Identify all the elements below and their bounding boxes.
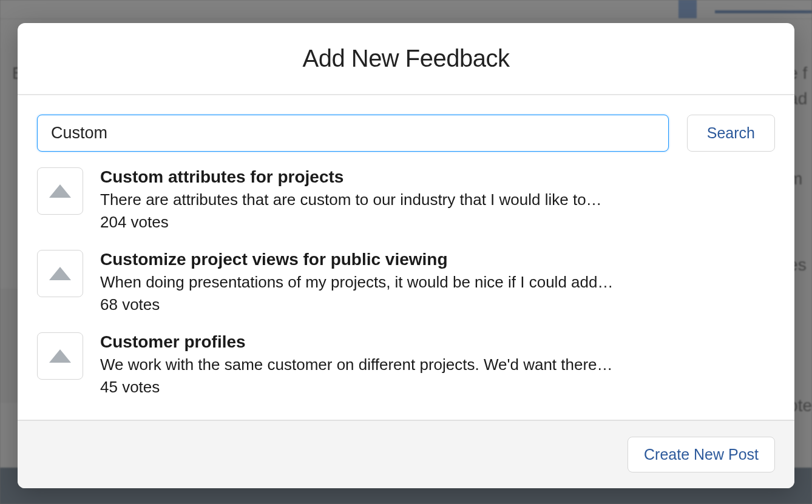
result-content: Custom attributes for projects There are… [100, 167, 775, 232]
add-feedback-modal: Add New Feedback Search Custom attribute… [18, 23, 794, 488]
result-content: Customer profiles We work with the same … [100, 332, 775, 397]
result-description: There are attributes that are custom to … [100, 189, 775, 210]
result-content: Customize project views for public viewi… [100, 250, 775, 314]
upvote-icon [49, 267, 71, 280]
result-vote-count: 45 votes [100, 378, 775, 397]
modal-body: Search Custom attributes for projects Th… [18, 95, 794, 420]
search-row: Search [37, 115, 775, 152]
modal-header: Add New Feedback [18, 23, 794, 95]
search-input[interactable] [37, 115, 669, 152]
result-vote-count: 68 votes [100, 295, 775, 314]
search-button[interactable]: Search [687, 115, 775, 152]
upvote-icon [49, 349, 71, 363]
result-description: We work with the same customer on differ… [100, 354, 775, 375]
modal-title: Add New Feedback [37, 45, 775, 72]
result-title: Customer profiles [100, 332, 775, 352]
search-result[interactable]: Customer profiles We work with the same … [37, 332, 775, 397]
upvote-icon [49, 184, 71, 198]
create-new-post-button[interactable]: Create New Post [628, 437, 775, 472]
search-result[interactable]: Customize project views for public viewi… [37, 250, 775, 314]
result-title: Customize project views for public viewi… [100, 250, 775, 269]
search-result[interactable]: Custom attributes for projects There are… [37, 167, 775, 232]
result-description: When doing presentations of my projects,… [100, 272, 775, 293]
result-title: Custom attributes for projects [100, 167, 775, 187]
upvote-button[interactable] [37, 250, 83, 297]
modal-overlay: Add New Feedback Search Custom attribute… [0, 0, 812, 504]
result-vote-count: 204 votes [100, 213, 775, 232]
modal-footer: Create New Post [18, 420, 794, 488]
upvote-button[interactable] [37, 167, 83, 215]
upvote-button[interactable] [37, 332, 83, 380]
